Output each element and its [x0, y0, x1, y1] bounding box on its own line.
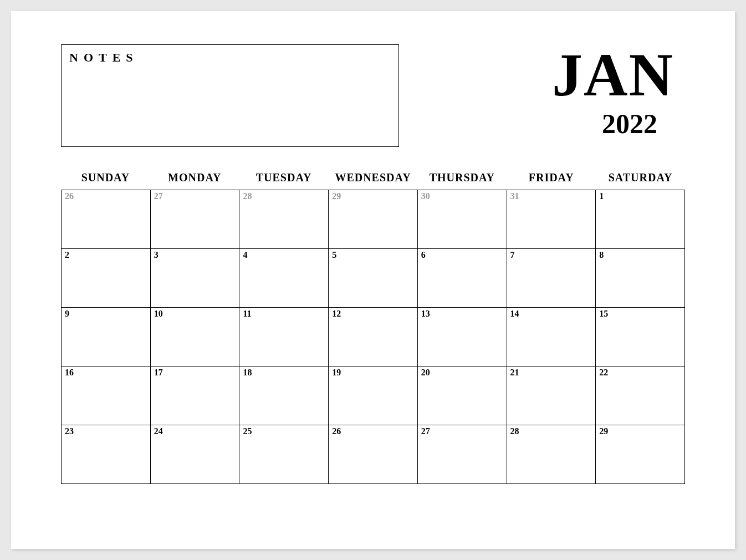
- day-number: 15: [599, 309, 681, 319]
- day-number: 10: [154, 309, 236, 319]
- day-cell[interactable]: 8: [596, 249, 685, 308]
- day-number: 6: [421, 250, 503, 260]
- day-cell[interactable]: 27: [418, 425, 507, 484]
- day-cell[interactable]: 18: [239, 366, 329, 425]
- day-number: 11: [243, 309, 325, 319]
- day-number: 7: [510, 250, 592, 260]
- day-cell[interactable]: 2: [62, 249, 151, 308]
- day-number: 29: [332, 191, 414, 201]
- day-number: 27: [421, 426, 503, 436]
- notes-label: NOTES: [69, 50, 391, 65]
- weekday-saturday: SATURDAY: [596, 169, 685, 186]
- day-cell[interactable]: 29: [596, 425, 685, 484]
- day-cell[interactable]: 26: [329, 425, 418, 484]
- day-cell[interactable]: 19: [329, 366, 418, 425]
- notes-box[interactable]: NOTES: [61, 44, 399, 147]
- day-cell[interactable]: 23: [62, 425, 151, 484]
- day-cell[interactable]: 22: [596, 366, 685, 425]
- day-cell[interactable]: 24: [151, 425, 240, 484]
- day-cell[interactable]: 26: [62, 190, 151, 249]
- day-number: 29: [599, 426, 681, 436]
- day-number: 5: [332, 250, 414, 260]
- day-number: 3: [154, 250, 236, 260]
- header-row: NOTES JAN 2022: [39, 44, 707, 147]
- day-cell[interactable]: 3: [151, 249, 240, 308]
- day-number: 22: [599, 368, 681, 378]
- day-cell[interactable]: 4: [239, 249, 329, 308]
- month-name: JAN: [552, 44, 674, 105]
- day-cell[interactable]: 15: [596, 308, 685, 366]
- day-number: 12: [332, 309, 414, 319]
- day-number: 26: [332, 426, 414, 436]
- calendar-page: NOTES JAN 2022 SUNDAY MONDAY TUESDAY WED…: [11, 11, 735, 549]
- day-number: 9: [65, 309, 147, 319]
- day-number: 14: [510, 309, 592, 319]
- day-number: 8: [599, 250, 681, 260]
- day-cell[interactable]: 28: [507, 425, 596, 484]
- day-number: 18: [243, 368, 325, 378]
- day-number: 4: [243, 250, 325, 260]
- day-number: 25: [243, 426, 325, 436]
- day-cell[interactable]: 17: [151, 366, 240, 425]
- year-name: 2022: [602, 110, 674, 138]
- day-cell[interactable]: 25: [239, 425, 329, 484]
- weekday-monday: MONDAY: [150, 169, 239, 186]
- day-cell[interactable]: 11: [239, 308, 329, 366]
- day-number: 16: [65, 368, 147, 378]
- day-number: 30: [421, 191, 503, 201]
- day-number: 13: [421, 309, 503, 319]
- day-number: 28: [243, 191, 325, 201]
- day-cell[interactable]: 20: [418, 366, 507, 425]
- day-cell[interactable]: 9: [62, 308, 151, 366]
- day-number: 23: [65, 426, 147, 436]
- day-cell[interactable]: 28: [239, 190, 329, 249]
- weekday-thursday: THURSDAY: [417, 169, 507, 186]
- day-number: 21: [510, 368, 592, 378]
- day-cell[interactable]: 29: [329, 190, 418, 249]
- day-number: 1: [599, 191, 681, 201]
- day-cell[interactable]: 7: [507, 249, 596, 308]
- day-number: 20: [421, 368, 503, 378]
- weekday-sunday: SUNDAY: [61, 169, 150, 186]
- day-cell[interactable]: 1: [596, 190, 685, 249]
- day-number: 27: [154, 191, 236, 201]
- day-cell[interactable]: 6: [418, 249, 507, 308]
- day-number: 26: [65, 191, 147, 201]
- day-cell[interactable]: 27: [151, 190, 240, 249]
- day-number: 24: [154, 426, 236, 436]
- day-cell[interactable]: 13: [418, 308, 507, 366]
- month-year-block: JAN 2022: [552, 44, 674, 138]
- weekday-tuesday: TUESDAY: [239, 169, 329, 186]
- day-cell[interactable]: 31: [507, 190, 596, 249]
- day-number: 17: [154, 368, 236, 378]
- day-cell[interactable]: 16: [62, 366, 151, 425]
- calendar-grid: 2627282930311234567891011121314151617181…: [61, 190, 685, 484]
- weekday-wednesday: WEDNESDAY: [329, 169, 418, 186]
- day-number: 31: [510, 191, 592, 201]
- weekday-friday: FRIDAY: [507, 169, 596, 186]
- weekday-header-row: SUNDAY MONDAY TUESDAY WEDNESDAY THURSDAY…: [61, 169, 685, 186]
- day-number: 2: [65, 250, 147, 260]
- day-number: 28: [510, 426, 592, 436]
- day-cell[interactable]: 14: [507, 308, 596, 366]
- day-number: 19: [332, 368, 414, 378]
- calendar: SUNDAY MONDAY TUESDAY WEDNESDAY THURSDAY…: [39, 169, 707, 484]
- day-cell[interactable]: 12: [329, 308, 418, 366]
- day-cell[interactable]: 21: [507, 366, 596, 425]
- day-cell[interactable]: 5: [329, 249, 418, 308]
- day-cell[interactable]: 10: [151, 308, 240, 366]
- day-cell[interactable]: 30: [418, 190, 507, 249]
